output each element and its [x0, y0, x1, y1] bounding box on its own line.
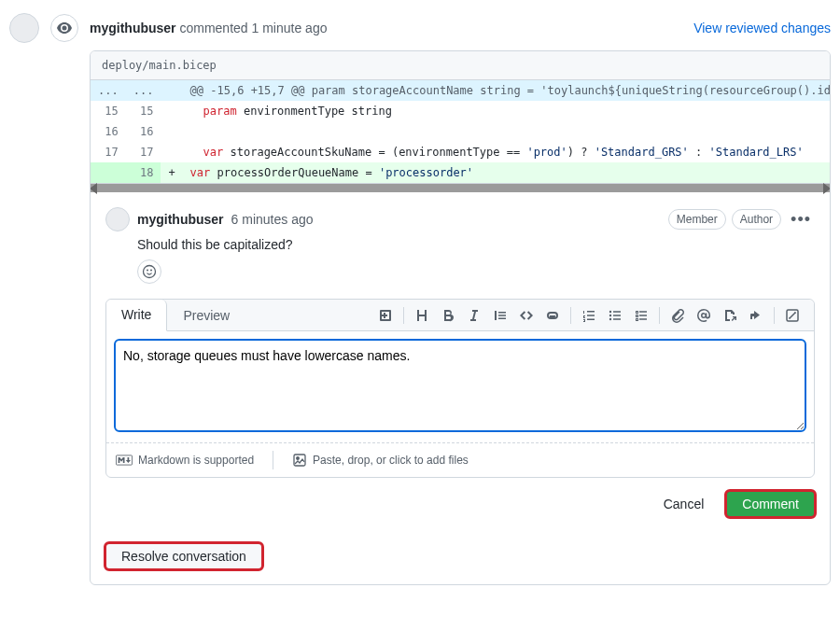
heading-icon[interactable] [410, 303, 434, 328]
timestamp[interactable]: 1 minute ago [252, 21, 328, 35]
kebab-menu[interactable]: ••• [787, 210, 815, 230]
view-reviewed-changes-link[interactable]: View reviewed changes [693, 21, 831, 35]
task-list-icon[interactable] [629, 303, 653, 328]
markdown-toolbar [373, 303, 814, 328]
line-number-new: ... [126, 80, 161, 101]
link-icon[interactable] [540, 303, 565, 328]
fullscreen-icon[interactable] [780, 303, 805, 328]
code-line: var processOrderQueueName = 'processorde… [183, 162, 831, 183]
avatar[interactable] [105, 207, 130, 231]
resolve-conversation-button[interactable]: Resolve conversation [105, 543, 262, 569]
svg-point-5 [609, 317, 611, 319]
attach-files-link[interactable]: Paste, drop, or click to add files [292, 453, 469, 468]
thread-header: mygithubuser commented 1 minute ago View… [9, 9, 831, 50]
svg-point-2 [151, 270, 152, 271]
quote-icon[interactable] [488, 303, 512, 328]
author-badge: Author [732, 209, 781, 230]
svg-point-3 [609, 310, 611, 312]
bold-icon[interactable] [436, 303, 460, 328]
username-link[interactable]: mygithubuser [137, 212, 224, 227]
action-text: commented [179, 21, 247, 35]
comment-textarea[interactable] [114, 339, 806, 432]
svg-point-0 [144, 266, 156, 278]
ordered-list-icon[interactable] [577, 303, 601, 328]
reviewed-icon [50, 14, 78, 42]
svg-point-9 [297, 457, 300, 460]
file-path[interactable]: deploy/main.bicep [91, 51, 830, 80]
addition-marker: + [161, 162, 182, 183]
unordered-list-icon[interactable] [603, 303, 627, 328]
horizontal-scrollbar[interactable] [91, 183, 830, 192]
code-line: param environmentType string [183, 101, 831, 121]
italic-icon[interactable] [462, 303, 486, 328]
code-diff: ... ... @@ -15,6 +15,7 @@ param storageA… [91, 80, 831, 183]
svg-point-4 [609, 314, 611, 315]
code-line [183, 121, 831, 142]
cancel-button[interactable]: Cancel [649, 491, 720, 517]
code-icon[interactable] [514, 303, 539, 328]
code-line: var storageAccountSkuName = (environment… [183, 142, 831, 162]
attach-icon[interactable] [665, 303, 690, 328]
member-badge: Member [668, 209, 726, 230]
cross-reference-icon[interactable] [718, 303, 742, 328]
comment-button[interactable]: Comment [726, 491, 815, 517]
tab-write[interactable]: Write [106, 300, 167, 331]
markdown-help-link[interactable]: Markdown is supported [116, 454, 254, 467]
comment-body: Should this be capitalized? [137, 237, 815, 252]
suggestion-icon[interactable] [373, 303, 398, 328]
review-card: deploy/main.bicep ... ... @@ -15,6 +15,7… [90, 50, 831, 585]
mention-icon[interactable] [692, 303, 716, 328]
comment-editor: Write Preview [105, 299, 815, 478]
add-reaction-button[interactable] [137, 259, 161, 284]
hunk-header: @@ -15,6 +15,7 @@ param storageAccountNa… [183, 80, 831, 101]
avatar[interactable] [9, 13, 39, 43]
timestamp[interactable]: 6 minutes ago [231, 212, 314, 227]
reply-icon[interactable] [744, 303, 768, 328]
line-number-old: ... [91, 80, 126, 101]
username-link[interactable]: mygithubuser [90, 21, 176, 35]
tab-preview[interactable]: Preview [167, 300, 245, 331]
svg-point-1 [147, 270, 148, 271]
